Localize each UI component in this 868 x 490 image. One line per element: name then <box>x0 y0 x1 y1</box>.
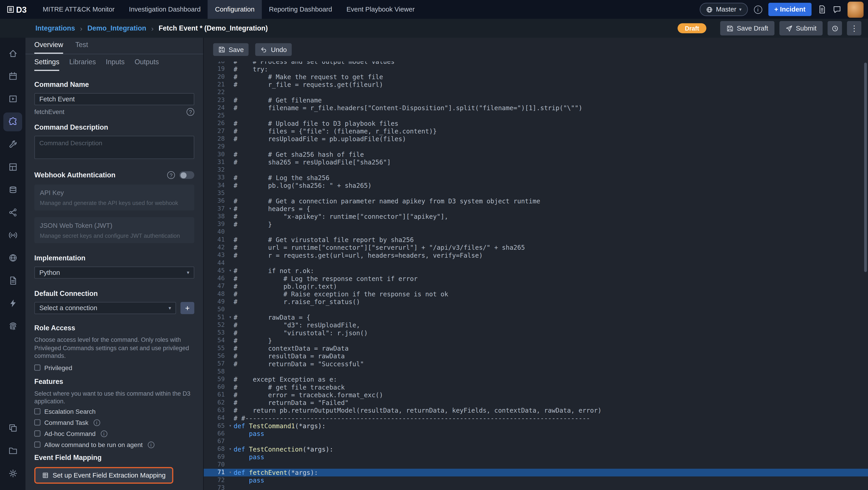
code-line[interactable]: 46# # Log the response content if error <box>204 275 868 283</box>
nav-configuration[interactable]: Configuration <box>208 0 262 19</box>
event-field-mapping-button[interactable]: Set up Event Field Extraction Mapping <box>34 467 174 483</box>
code-line[interactable]: 36# # Get a connection parameter named a… <box>204 197 868 205</box>
sidebar-connections[interactable] <box>3 203 22 222</box>
fold-icon[interactable]: ▾ <box>227 267 234 275</box>
nav-event-playbook-viewer[interactable]: Event Playbook Viewer <box>339 0 422 19</box>
code-line[interactable]: 58 <box>204 368 868 376</box>
code-line[interactable]: 21# r_file = requests.get(fileurl) <box>204 81 868 89</box>
subtab-settings[interactable]: Settings <box>34 58 59 71</box>
sidebar-settings[interactable] <box>3 464 22 483</box>
sidebar-integrations[interactable] <box>3 112 22 131</box>
code-line[interactable]: 18# # Process and set output model value… <box>204 61 868 65</box>
code-line[interactable]: 29 <box>204 143 868 151</box>
breadcrumb-link[interactable]: Integrations <box>35 24 75 32</box>
info-icon[interactable]: i <box>93 419 100 426</box>
nav-investigation-dashboard[interactable]: Investigation Dashboard <box>122 0 208 19</box>
subtab-outputs[interactable]: Outputs <box>135 58 159 71</box>
checkbox[interactable] <box>34 408 40 414</box>
fold-icon[interactable]: ▾ <box>227 205 234 213</box>
checkbox[interactable] <box>34 441 40 448</box>
code-line[interactable]: 22 <box>204 89 868 96</box>
code-line[interactable]: 26# # Upload file to D3 playbook files <box>204 120 868 127</box>
feature-option[interactable]: Escalation Search <box>34 408 194 415</box>
code-line[interactable]: 59# except Exception as e: <box>204 376 868 383</box>
code-line[interactable]: 70 <box>204 461 868 469</box>
code-line[interactable]: 33# # Log the sha256 <box>204 174 868 182</box>
code-line[interactable]: 68▾def TestConnection(*args): <box>204 445 868 453</box>
tab-overview[interactable]: Overview <box>34 41 63 54</box>
privileged-checkbox[interactable] <box>34 365 40 371</box>
command-name-input[interactable] <box>34 93 194 105</box>
add-connection-button[interactable]: + <box>180 302 194 314</box>
code-line[interactable]: 34# pb.log("sha256: " + sha265) <box>204 182 868 189</box>
info-icon[interactable]: i <box>148 441 154 448</box>
fold-icon[interactable]: ▾ <box>227 422 234 430</box>
sidebar-reports[interactable] <box>3 271 22 290</box>
code-line[interactable]: 66 pass <box>204 430 868 437</box>
sidebar-playbook[interactable] <box>3 90 22 108</box>
code-line[interactable]: 44 <box>204 259 868 267</box>
editor-scrollbar-thumb[interactable] <box>864 63 867 272</box>
code-line[interactable]: 67 <box>204 438 868 445</box>
sidebar-globe[interactable] <box>3 249 22 267</box>
code-line[interactable]: 32 <box>204 166 868 174</box>
sidebar-home[interactable] <box>3 44 22 63</box>
command-description-input[interactable] <box>34 136 194 159</box>
info-icon[interactable]: i <box>101 430 107 437</box>
code-line[interactable]: 28# resUploadFile = pb.uploadFile(files) <box>204 135 868 143</box>
code-line[interactable]: 49# r.raise_for_status() <box>204 298 868 306</box>
code-line[interactable]: 23# # Get filename <box>204 96 868 104</box>
feature-option[interactable]: Ad-hoc Commandi <box>34 430 194 437</box>
default-connection-select[interactable]: Select a connection ▾ <box>34 302 176 314</box>
sidebar-utility[interactable] <box>3 135 22 153</box>
code-line[interactable]: 73 <box>204 484 868 490</box>
sidebar-automation[interactable] <box>3 294 22 313</box>
code-line[interactable]: 38# "x-apikey": runtime["connector"]["ap… <box>204 213 868 220</box>
sidebar-identity[interactable] <box>3 317 22 336</box>
code-line[interactable]: 37▾# headers = { <box>204 205 868 213</box>
help-icon[interactable]: ? <box>186 108 194 116</box>
subtab-libraries[interactable]: Libraries <box>69 58 96 71</box>
code-line[interactable]: 43# r = requests.get(url=url, headers=he… <box>204 252 868 259</box>
sidebar-webhooks[interactable] <box>3 226 22 244</box>
code-line[interactable]: 20# # Make the request to get file <box>204 73 868 81</box>
code-line[interactable]: 62# returnData = "Failed" <box>204 399 868 406</box>
new-incident-button[interactable]: + Incident <box>768 3 811 16</box>
code-line[interactable]: 48# # Raise exception if the response is… <box>204 290 868 298</box>
code-line[interactable]: 35 <box>204 190 868 197</box>
code-line[interactable]: 61# error = traceback.format_exc() <box>204 391 868 399</box>
code-line[interactable]: 27# files = {"file": (filename, r_file.c… <box>204 127 868 135</box>
feature-option[interactable]: Command Taski <box>34 419 194 426</box>
code-line[interactable]: 47# pb.log(r.text) <box>204 283 868 290</box>
more-options-button[interactable]: ⋮ <box>847 21 862 35</box>
fold-icon[interactable]: ▾ <box>227 469 234 477</box>
nav-mitre-att-ck-monitor[interactable]: MITRE ATT&CK Monitor <box>35 0 122 19</box>
code-line[interactable]: 65▾def TestCommand1(*args): <box>204 422 868 430</box>
code-line[interactable]: 24# filename = r_file.headers["Content-D… <box>204 104 868 112</box>
code-line[interactable]: 39# } <box>204 221 868 228</box>
code-line[interactable]: 57# returnData = "Successful" <box>204 360 868 368</box>
environment-selector[interactable]: Master ▾ <box>700 3 748 16</box>
sidebar-calendar[interactable] <box>3 67 22 86</box>
d3-logo[interactable]: D3 <box>6 5 27 14</box>
code-line[interactable]: 52# "d3": resUploadFile, <box>204 321 868 329</box>
code-line[interactable]: 42# url = runtime["connector"]["serverur… <box>204 244 868 252</box>
code-line[interactable]: 55# contextData = rawData <box>204 345 868 352</box>
breadcrumb-link[interactable]: Demo_Integration <box>88 24 146 32</box>
code-line[interactable]: 30# # Get sha256 hash of file <box>204 151 868 158</box>
subtab-inputs[interactable]: Inputs <box>106 58 125 71</box>
checkbox[interactable] <box>34 420 40 426</box>
history-button[interactable] <box>828 21 842 35</box>
code-editor[interactable]: 18# # Process and set output model value… <box>204 61 868 490</box>
code-line[interactable]: 25 <box>204 112 868 120</box>
code-line[interactable]: 50 <box>204 306 868 314</box>
sidebar-files[interactable] <box>3 441 22 460</box>
sidebar-data[interactable] <box>3 180 22 199</box>
code-line[interactable]: 51▾# rawData = { <box>204 314 868 321</box>
code-line[interactable]: 64# #-----------------------------------… <box>204 414 868 422</box>
code-line[interactable]: 56# resultData = rawData <box>204 352 868 360</box>
code-line[interactable]: 31# sha265 = resUploadFile["sha256"] <box>204 158 868 166</box>
sidebar-codeless[interactable] <box>3 158 22 176</box>
editor-save-button[interactable]: Save <box>213 43 249 56</box>
code-line[interactable]: 53# "virustotal": r.json() <box>204 329 868 337</box>
